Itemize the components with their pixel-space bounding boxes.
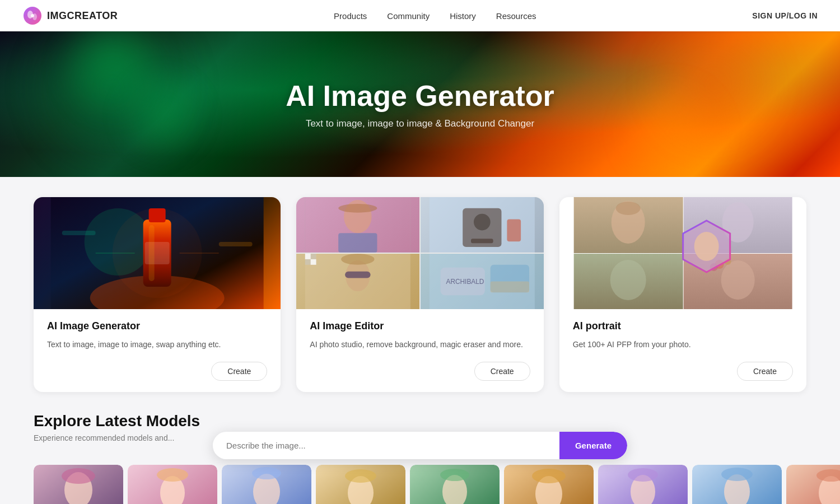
svg-rect-36 [491, 282, 529, 293]
card-3-create-button[interactable]: Create [737, 362, 793, 381]
hero-subtitle: Text to image, image to image & Backgrou… [306, 118, 534, 129]
card-3-illustration [559, 197, 806, 309]
hero-banner: AI Image Generator Text to image, image … [0, 31, 840, 177]
card-ai-portrait: AI portrait Get 100+ AI PFP from your ph… [559, 197, 806, 392]
svg-point-22 [474, 214, 491, 231]
svg-point-42 [615, 202, 640, 215]
explore-title: Explore Latest Models [34, 412, 806, 430]
card-2-title: AI Image Editor [310, 320, 530, 332]
nav-link-resources[interactable]: Resources [496, 11, 536, 21]
svg-rect-24 [507, 220, 521, 242]
card-ai-image-editor: ARCHIBALD AI Image Editor AI photo studi… [296, 197, 543, 392]
logo-icon [22, 6, 43, 26]
svg-point-56 [157, 468, 188, 482]
strip-image-8 [692, 465, 782, 504]
card-3-title: AI portrait [573, 320, 793, 332]
card-3-desc: Get 100+ AI PFP from your photo. [573, 339, 793, 351]
navbar: IMGCREATOR Products Community History Re… [0, 0, 840, 31]
card-3-image [559, 197, 806, 309]
svg-point-68 [532, 469, 566, 483]
strip-image-1 [34, 465, 123, 504]
strip-image-3 [222, 465, 311, 504]
svg-point-45 [721, 260, 754, 300]
svg-point-53 [62, 468, 95, 484]
logo-text: IMGCREATOR [47, 10, 118, 22]
svg-text:ARCHIBALD: ARCHIBALD [446, 278, 484, 286]
nav-link-products[interactable]: Products [334, 11, 367, 21]
card-2-image: ARCHIBALD [296, 197, 543, 309]
svg-rect-31 [311, 259, 316, 265]
card-2-grid-2 [421, 197, 544, 253]
card-2-grid-1 [296, 197, 419, 253]
card-1-footer: Create [34, 362, 281, 392]
card-3-footer: Create [559, 362, 806, 392]
card-ai-image-generator: AI Image Generator Text to image, image … [34, 197, 281, 392]
card-1-image [34, 197, 281, 309]
card-2-grid-4: ARCHIBALD [421, 254, 544, 309]
svg-rect-15 [149, 225, 155, 281]
svg-point-44 [610, 260, 646, 300]
logo[interactable]: IMGCREATOR [22, 6, 118, 26]
auth-button[interactable]: SIGN UP/LOG IN [752, 11, 818, 20]
svg-point-59 [252, 467, 281, 479]
strip-image-4 [316, 465, 405, 504]
svg-point-18 [339, 204, 377, 213]
search-bar: Generate [213, 432, 627, 459]
image-strip [0, 454, 840, 504]
svg-rect-19 [339, 233, 377, 253]
card-3-body: AI portrait Get 100+ AI PFP from your ph… [559, 309, 806, 362]
generate-button[interactable]: Generate [559, 432, 627, 459]
product-cards: AI Image Generator Text to image, image … [0, 177, 840, 412]
card-2-body: AI Image Editor AI photo studio, remove … [296, 309, 543, 362]
svg-point-28 [341, 254, 374, 265]
nav-link-community[interactable]: Community [387, 11, 430, 21]
svg-point-62 [345, 469, 376, 483]
svg-point-50 [694, 232, 718, 261]
svg-point-74 [721, 468, 753, 481]
card-1-title: AI Image Generator [47, 320, 267, 332]
svg-rect-30 [305, 254, 311, 259]
nav-links: Products Community History Resources [334, 11, 536, 21]
card-2-grid-3 [296, 254, 419, 309]
card-1-desc: Text to image, image to image, swap anyt… [47, 339, 267, 351]
strip-image-2 [128, 465, 217, 504]
svg-point-14 [113, 208, 202, 298]
svg-point-3 [31, 14, 34, 17]
svg-rect-27 [345, 272, 371, 278]
svg-rect-12 [62, 231, 96, 235]
svg-point-71 [628, 468, 658, 482]
strip-image-9 [786, 465, 840, 504]
card-2-footer: Create [296, 362, 543, 392]
strip-image-7 [598, 465, 688, 504]
card-1-illustration [34, 197, 281, 309]
card-1-body: AI Image Generator Text to image, image … [34, 309, 281, 362]
nav-link-history[interactable]: History [450, 11, 476, 21]
strip-image-5 [410, 465, 500, 504]
card-2-create-button[interactable]: Create [474, 362, 530, 381]
strip-image-6 [504, 465, 594, 504]
hero-title: AI Image Generator [286, 79, 554, 113]
svg-rect-13 [219, 242, 253, 246]
svg-rect-23 [471, 239, 493, 243]
card-2-desc: AI photo studio, remove background, magi… [310, 339, 530, 351]
card-1-create-button[interactable]: Create [211, 362, 267, 381]
svg-point-65 [440, 469, 469, 481]
search-input[interactable] [213, 432, 559, 459]
